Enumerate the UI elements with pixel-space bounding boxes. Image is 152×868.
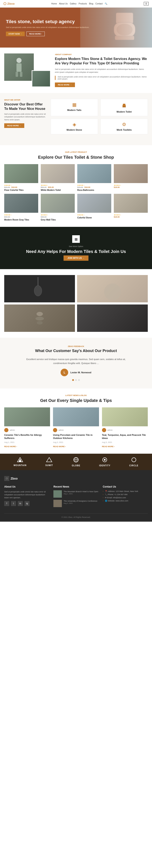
nav-gallery[interactable]: Gallery [70,2,77,5]
nav-menu-button[interactable]: ☰ [144,2,149,5]
dot-1[interactable] [72,379,74,381]
product-image [41,194,75,213]
product-prices: $18.00 [114,216,148,218]
blog-meta: admin [102,428,148,432]
blog-post-title: Teal, Turquoise, Aqua, and Peacock Tile … [102,433,148,440]
svg-rect-5 [17,63,22,72]
partner-name: CIRCLE [129,464,138,467]
product-image [114,194,148,213]
product-image [77,164,111,183]
blog-label: Latest News & Blog [4,394,148,397]
blog-read-more[interactable]: READ MORE › [53,445,66,447]
svg-rect-7 [20,72,22,77]
product-rating: ★★★★☆ [4,184,38,186]
price-new: $18.00 [114,186,120,188]
hero-section: Tiles stone, toilet setup agency Sed ut … [0,7,152,48]
service-card-stone: ◈ Modern Stone [51,119,98,134]
facebook-icon[interactable]: f [4,501,9,506]
about-secondary-image [32,70,51,87]
about-paragraph: Sed ut perspiciatis unde omnis iste natu… [55,68,148,74]
footer: ⬡ Zbxo About Us Sed ut perspiciatis unde… [0,470,152,522]
gallery-grid [4,275,148,332]
blog-date: Aug 3, 2021 [53,441,99,443]
price-old: $55.00 [41,186,47,188]
news-text-block: The Mountain Branch Hotel Is Now Open Au… [64,490,98,495]
service-card-tools: ⚙ Work Toolkits [101,119,148,134]
blog-author-name: admin [10,429,15,431]
author-name: Lester M. Norwood [70,371,91,374]
partner-sumit: SUMIT [45,457,53,466]
twitter-icon[interactable]: t [11,501,16,506]
instagram-icon[interactable]: ig [24,501,30,506]
cta-banner: ▦ See More Option Need Any Helps For Mod… [0,227,152,269]
nav-about[interactable]: About Us [59,2,68,5]
services-read-more-button[interactable]: READ MORE → [4,123,24,128]
product-card: ★★★★☆ $55.00 $35.00 White Modern Toilet [41,164,75,191]
product-image [77,194,111,213]
product-prices: $20.00 $18.00 [77,186,111,188]
contact-website: 🌐 Website: www.zbxo.com [103,500,148,502]
nav-contact[interactable]: Contact [95,2,103,5]
blog-title: Get Our Every Single Update & Tips [4,398,148,403]
svg-rect-10 [122,107,126,107]
dot-2[interactable] [75,379,77,381]
blog-meta: admin [53,428,99,432]
svg-rect-9 [123,104,125,105]
footer-news-item: The University of Designers Conference A… [53,500,98,507]
blog-read-more[interactable]: READ MORE › [102,445,115,447]
blog-card: admin Using Porcelain and Ceramic Tile i… [53,407,99,448]
about-title: Explore Modern Tiles Stone & Toilet Serv… [55,57,148,66]
linkedin-icon[interactable]: in [18,501,23,506]
partner-globe: GLOBE [72,457,80,467]
nav-home[interactable]: Home [51,2,57,5]
product-prices: $35.00 [41,216,75,218]
testimonial-title: What Our Customer Say's About Our Produc… [8,349,144,353]
footer-copyright: © 2021 Zbxo. All Rights Reserved. [4,514,148,518]
testimonial-dots [8,379,144,381]
about-read-more-button[interactable]: READ MORE → [55,83,75,87]
sumit-icon [45,457,53,463]
blog-author-name: admin [107,429,113,431]
nav-products[interactable]: Products [78,2,87,5]
contact-phone: 📞 Phone: +1 234 567 890 [103,493,148,496]
service-stone-name: Modern Stone [53,129,95,131]
circle-icon [129,457,138,464]
service-card-tiles: ▦ Modern Tails [51,99,98,116]
services-top: What We Offer Discover Our Best Offer To… [4,99,148,134]
nav-search[interactable]: 🔍 [105,2,107,5]
blog-read-more[interactable]: READ MORE › [4,445,17,447]
product-rating: ★★★★☆ [77,184,111,186]
dot-3[interactable] [78,379,80,381]
product-prices: $18.00 [114,186,148,188]
product-card: ★★★★☆ Colorful Stone [77,194,111,221]
product-rating: ★★★★☆ [114,184,148,186]
service-tiles-name: Modern Tails [53,109,95,111]
about-section: About Company Explore Modern Tiles Stone… [0,48,152,93]
hero-start-button[interactable]: START NOW → [6,32,25,36]
footer-contact: Contact Us 📍 Address: 123 Main Street, N… [103,485,148,509]
partner-name: MounTAIN [14,464,27,466]
blog-author-avatar [4,428,8,432]
news-date: Aug 3, 2021 [64,502,97,504]
product-name: Roca Bathrooms [77,189,111,191]
nav-blog[interactable]: Blog [89,2,93,5]
site-logo[interactable]: ⬡ Zbxo [3,2,15,6]
service-card-toilet: Modern Toilet [101,99,148,116]
hero-read-more-button[interactable]: READ MORE › [26,32,45,36]
testimonial-author: L Lester M. Norwood [8,369,144,376]
partner-circle: CIRCLE [129,457,138,467]
footer-contact-title: Contact Us [103,485,148,488]
cta-content: ▦ See More Option Need Any Helps For Mod… [4,235,148,261]
hero-content: Tiles stone, toilet setup agency Sed ut … [0,13,152,42]
cta-icon: ▦ [72,235,80,243]
partner-name: IDENTITY [99,464,111,467]
navigation: ⬡ Zbxo Home About Us Gallery Products Bl… [0,0,152,7]
copyright-text: © 2021 Zbxo. All Rights Reserved. [61,516,91,518]
about-quote: Sed ut perspiciatis unde omnis iste natu… [55,76,148,80]
products-title: Explore Our Tiles Toilet & Stone Shop [4,154,148,160]
author-info: Lester M. Norwood [70,371,91,374]
blog-card: admin Ceramic Tile's Benefits for Allerg… [4,407,50,448]
cta-button[interactable]: JOIN WITH US → [64,255,88,261]
product-rating: ★★★★☆ [77,214,111,216]
cta-label: See More Option [4,245,148,247]
